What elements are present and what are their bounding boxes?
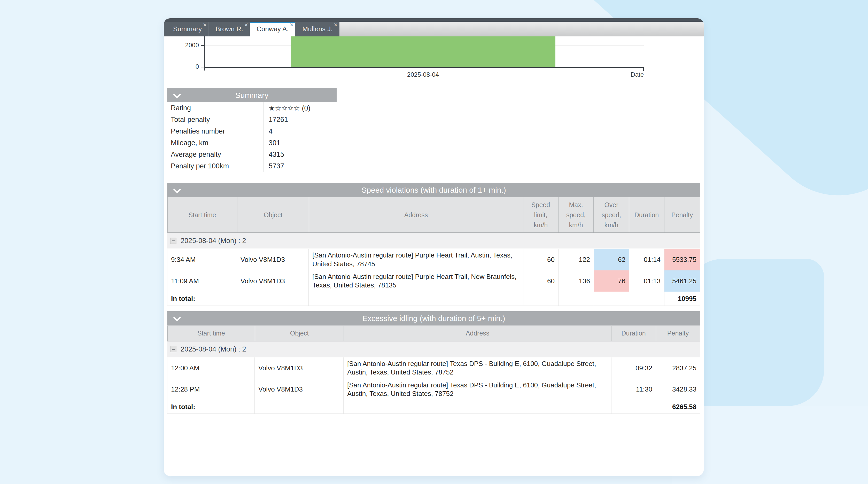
tab-label: Summary [173, 25, 202, 33]
section-title: Summary [235, 91, 269, 100]
chevron-down-icon[interactable] [173, 314, 181, 322]
cell-duration: 09:32 [612, 357, 656, 379]
cell-penalty: 5461.25 [664, 270, 700, 292]
idling-row-2: 12:28 PM Volvo V8M1D3 [San Antonio-Austi… [167, 379, 700, 400]
cell-max-speed: 122 [559, 249, 594, 270]
row-value: 4315 [264, 149, 337, 160]
cell-start-time: 12:00 AM [167, 357, 255, 379]
summary-row-average-penalty: Average penalty 4315 [167, 149, 337, 160]
tab-brown-r[interactable]: Brown R. × [209, 22, 250, 36]
speed-violations-header[interactable]: Speed violations (with duration of 1+ mi… [167, 183, 700, 197]
column-header-duration: Duration [629, 197, 664, 232]
cell-object: Volvo V8M1D3 [255, 379, 344, 400]
cell-object: Volvo V8M1D3 [237, 270, 309, 292]
cell-object: Volvo V8M1D3 [255, 357, 344, 379]
total-label: In total: [167, 400, 255, 414]
column-header-speed-limit: Speed limit, km/h [523, 197, 559, 232]
cell-start-time: 11:09 AM [167, 270, 237, 292]
row-label: Mileage, km [167, 137, 264, 149]
tab-label: Brown R. [215, 25, 243, 33]
column-header-object: Object [238, 197, 309, 232]
summary-row-penalties-number: Penalties number 4 [167, 126, 337, 137]
chevron-down-icon[interactable] [173, 186, 181, 193]
column-header-object: Object [255, 326, 344, 341]
close-icon[interactable]: × [290, 22, 294, 28]
column-header-over-speed: Over speed, km/h [594, 197, 629, 232]
idling-table-header: Start time Object Address Duration Penal… [167, 325, 700, 342]
column-header-start-time: Start time [168, 326, 255, 341]
cell-over-speed: 62 [594, 249, 629, 270]
tab-bar: Summary × Brown R. × Conway A. × Mullens… [164, 22, 704, 36]
minus-icon[interactable] [170, 346, 177, 352]
summary-section: Summary Rating ★☆☆☆☆ (0) Total penalty 1… [167, 88, 337, 172]
cell-penalty: 5533.75 [664, 249, 700, 270]
close-icon[interactable]: × [334, 22, 338, 28]
row-label: Penalties number [167, 126, 264, 137]
cell-speed-limit: 60 [523, 270, 559, 292]
row-label: Penalty per 100km [167, 160, 264, 172]
cell-address: [San Antonio-Austin regular route] Texas… [344, 357, 612, 379]
idling-row-1: 12:00 AM Volvo V8M1D3 [San Antonio-Austi… [167, 357, 700, 379]
group-row-label: 2025-08-04 (Mon) : 2 [181, 237, 246, 245]
speed-violations-total-row: In total: 10995 [167, 292, 700, 306]
speed-violations-section: Speed violations (with duration of 1+ mi… [167, 183, 700, 306]
cell-address: [San Antonio-Austin regular route] Purpl… [309, 249, 523, 270]
group-row-date: 2025-08-04 (Mon) : 2 [167, 342, 700, 357]
column-header-duration: Duration [612, 326, 656, 341]
cell-penalty: 2837.25 [656, 357, 700, 379]
tab-label: Conway A. [256, 25, 288, 33]
column-header-max-speed: Max. speed, km/h [559, 197, 594, 232]
penalty-bar-chart: 2000 0 2025-08-04 Date [164, 36, 704, 88]
total-penalty-value: 6265.58 [656, 400, 700, 414]
star-rating: ★☆☆☆☆ (0) [264, 102, 337, 114]
y-axis-label-2000: 2000 [171, 41, 199, 49]
group-row-label: 2025-08-04 (Mon) : 2 [181, 345, 246, 353]
cell-start-time: 9:34 AM [167, 249, 237, 270]
tab-conway-a-active[interactable]: Conway A. × [250, 22, 295, 36]
excessive-idling-section: Excessive idling (with duration of 5+ mi… [167, 311, 700, 414]
tab-mullens-j[interactable]: Mullens J. × [295, 22, 339, 36]
close-icon[interactable]: × [203, 22, 207, 28]
x-axis [204, 67, 644, 68]
summary-row-mileage: Mileage, km 301 [167, 137, 337, 149]
cell-object: Volvo V8M1D3 [237, 249, 309, 270]
column-header-penalty: Penalty [656, 326, 700, 341]
cell-penalty: 3428.33 [656, 379, 700, 400]
cell-duration: 01:13 [629, 270, 664, 292]
tab-label: Mullens J. [302, 25, 333, 33]
x-axis-title: Date [613, 71, 644, 78]
section-title: Speed violations (with duration of 1+ mi… [362, 186, 506, 194]
column-header-address: Address [344, 326, 612, 341]
row-label: Rating [167, 102, 264, 114]
summary-table: Rating ★☆☆☆☆ (0) Total penalty 17261 Pen… [167, 102, 337, 172]
summary-row-total-penalty: Total penalty 17261 [167, 114, 337, 126]
row-label: Total penalty [167, 114, 264, 126]
column-header-address: Address [309, 197, 523, 232]
close-icon[interactable]: × [244, 22, 248, 28]
background-capsule-right [685, 259, 824, 406]
y-axis-label-0: 0 [171, 63, 199, 70]
row-label: Average penalty [167, 149, 264, 160]
cell-duration: 11:30 [612, 379, 656, 400]
row-value: 4 [264, 126, 337, 137]
speed-table-header: Start time Object Address Speed limit, k… [167, 197, 700, 233]
tab-strip: Summary × Brown R. × Conway A. × Mullens… [164, 22, 339, 36]
excessive-idling-header[interactable]: Excessive idling (with duration of 5+ mi… [167, 311, 700, 325]
minus-icon[interactable] [170, 237, 177, 244]
row-value: 301 [264, 137, 337, 149]
cell-over-speed: 76 [594, 270, 629, 292]
total-label: In total: [167, 292, 237, 305]
x-tick-label-date: 2025-08-04 [291, 71, 555, 78]
tab-summary[interactable]: Summary × [166, 22, 209, 36]
cell-duration: 01:14 [629, 249, 664, 270]
cell-max-speed: 136 [559, 270, 594, 292]
summary-section-header[interactable]: Summary [167, 88, 337, 102]
column-header-penalty: Penalty [664, 197, 700, 232]
cell-start-time: 12:28 PM [167, 379, 255, 400]
summary-row-rating: Rating ★☆☆☆☆ (0) [167, 102, 337, 114]
cell-address: [San Antonio-Austin regular route] Texas… [344, 379, 612, 400]
chart-bar-2025-08-04[interactable] [291, 36, 555, 67]
chevron-down-icon[interactable] [173, 91, 181, 98]
speed-violation-row-2: 11:09 AM Volvo V8M1D3 [San Antonio-Austi… [167, 270, 700, 292]
idling-total-row: In total: 6265.58 [167, 400, 700, 414]
